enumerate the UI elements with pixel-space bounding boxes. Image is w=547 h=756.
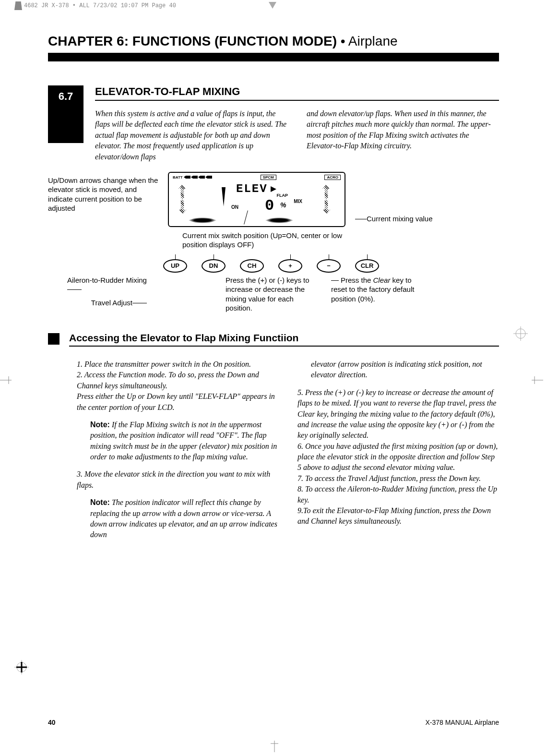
button-row: UP DN CH + − CLR [163,259,499,273]
diagram-left-label: Up/Down arrows change when the elevator … [48,172,163,213]
subsection-title: Accessing the Elevator to Flap Mixing Fu… [69,332,499,347]
footer: 40 X-378 MANUAL Airplane [48,719,499,726]
subsection-marker [48,333,59,345]
intro-col-left: When this system is active and a value o… [95,108,287,162]
print-header: 4682 JR X-378 • ALL 7/23/02 10:07 PM Pag… [0,1,176,11]
registration-right [532,374,543,386]
registration-bottom [269,741,280,752]
lcd-spcm: SPCM [261,175,276,180]
lcd-mix: MIX [294,199,302,204]
smear-icon [265,217,294,223]
chapter-title: CHAPTER 6: FUNCTIONS (FUNCTION MODE) • A… [48,34,499,49]
label-press-inc: Press the (+) or (-) keys to increase or… [226,276,321,313]
label-press-clr: Press the Clear key to reset to the fact… [331,276,422,313]
diagram-right-label: Current mixing value [355,172,433,224]
body-col-right: elevator (arrow position is indicating s… [297,359,499,540]
label-travel-adjust: Travel Adjust [91,299,132,307]
plus-button[interactable]: + [278,259,302,273]
callout-line [244,210,248,224]
registration-target-left [14,660,29,674]
title-rule [48,53,499,61]
job-info: 4682 JR X-378 • ALL 7/23/02 10:07 PM Pag… [24,2,176,9]
ch-button[interactable]: CH [240,259,264,273]
battery-gauge-icon [184,176,212,179]
up-button[interactable]: UP [163,259,187,273]
section-title: ELEVATOR-TO-FLAP MIXING [95,85,499,101]
manual-name: X-378 MANUAL Airplane [425,719,499,726]
intro-col-right: and down elevator/up flaps. When used in… [307,108,499,162]
body-col-left: 1. Place the transmitter power switch in… [77,359,278,540]
down-arrow-icon [222,187,226,206]
lcd-arrows-right-icon [322,184,330,214]
registration-left [0,374,12,386]
diagram-mid-label: Current mix switch position (Up=ON, cent… [182,231,365,250]
clr-button[interactable]: CLR [355,259,379,273]
lcd-arrows-left-icon [178,184,186,214]
lcd-on: ON [231,204,238,210]
dn-button[interactable]: DN [202,259,226,273]
label-aileron-mix: Aileron-to-Rudder Mixing Travel Adjust [67,276,149,313]
top-arrow-icon [269,2,276,9]
lcd-elev: ELEV [236,182,276,195]
lcd-value: 0 [265,197,274,215]
lcd-percent: % [280,201,286,209]
lcd-acro: ACRO [324,175,341,180]
section-number: 6.7 [48,85,83,143]
lcd-flap: FLAP [277,193,288,198]
lcd-screen: BATT SPCM ACRO ELEV FLAP MIX ON 0 % [168,172,345,227]
keystone-icon [14,1,22,10]
registration-target-right [513,326,528,341]
smear-icon [188,217,217,223]
minus-button[interactable]: − [317,259,341,273]
diagram: Up/Down arrows change when the elevator … [48,172,499,313]
page-number: 40 [48,719,56,726]
